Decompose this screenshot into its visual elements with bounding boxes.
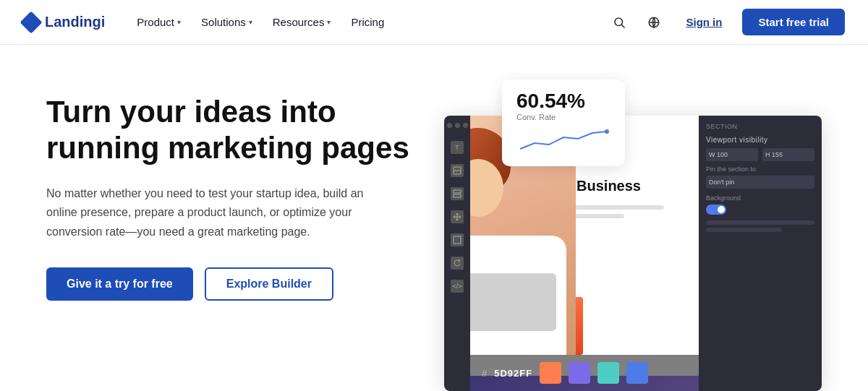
viewport-label: Viewport visibility — [706, 136, 814, 144]
panel-row-1: W 100 H 155 — [706, 148, 814, 161]
width-input[interactable]: W 100 — [706, 148, 758, 161]
explore-builder-button[interactable]: Explore Builder — [205, 267, 333, 301]
nav-right: Sign in Start free trial — [608, 9, 845, 35]
svg-rect-7 — [454, 236, 461, 244]
nav-item-solutions[interactable]: Solutions ▾ — [192, 10, 261, 34]
color-swatch-teal[interactable] — [597, 362, 619, 384]
hero-buttons: Give it a try for free Explore Builder — [46, 267, 422, 301]
hero-section: Turn your ideas into running marketing p… — [0, 45, 868, 391]
nav-item-pricing[interactable]: Pricing — [342, 10, 393, 34]
brand-name: Landingi — [45, 14, 105, 30]
start-trial-button[interactable]: Start free trial — [742, 9, 845, 35]
section-tool-icon[interactable] — [451, 187, 464, 200]
svg-point-3 — [605, 129, 609, 134]
nav-links: Product ▾ Solutions ▾ Resources ▾ Pricin… — [128, 10, 608, 34]
conversion-rate-label: Conv. Rate — [516, 113, 610, 121]
color-rows — [706, 220, 814, 232]
text-tool-icon[interactable]: T — [451, 141, 464, 154]
hash-symbol: # — [482, 368, 487, 379]
search-icon[interactable] — [608, 11, 631, 34]
hero-subtext: No matter whether you need to test your … — [46, 184, 379, 241]
try-free-button[interactable]: Give it a try for free — [46, 267, 193, 301]
svg-rect-6 — [454, 194, 461, 197]
svg-rect-5 — [454, 190, 461, 193]
height-input[interactable]: H 155 — [762, 148, 814, 161]
background-toggle[interactable] — [706, 205, 726, 215]
color-palette-strip: # 5D92FF — [470, 355, 699, 391]
chevron-down-icon: ▾ — [327, 18, 331, 26]
editor-mockup: T — [444, 116, 822, 391]
background-label: Background — [706, 194, 814, 202]
editor-right-panel: Section Viewport visibility W 100 H 155 … — [699, 116, 822, 391]
nav-item-product[interactable]: Product ▾ — [128, 10, 190, 34]
pin-label: Pin the section to — [706, 166, 814, 173]
image-tool-icon[interactable] — [451, 164, 464, 177]
hero-left: Turn your ideas into running marketing p… — [46, 80, 422, 301]
logo-diamond-icon — [20, 11, 42, 33]
move-tool-icon[interactable] — [451, 210, 464, 223]
color-row-2 — [706, 228, 782, 232]
pin-options-row: Don't pin — [706, 176, 814, 189]
color-swatch-orange[interactable] — [540, 362, 561, 384]
color-hex-value: 5D92FF — [494, 368, 532, 379]
svg-point-0 — [615, 18, 623, 26]
chevron-down-icon: ▾ — [249, 18, 252, 26]
logo[interactable]: Landingi — [23, 14, 105, 30]
rotate-tool-icon[interactable] — [451, 257, 464, 270]
color-swatch-purple[interactable] — [569, 362, 590, 384]
conversion-card: 60.54% Conv. Rate — [502, 80, 625, 166]
hero-right: 60.54% Conv. Rate T — [422, 80, 822, 391]
editor-toolbar: T — [444, 116, 470, 391]
conversion-chart — [516, 127, 610, 153]
hero-headline: Turn your ideas into running marketing p… — [46, 94, 422, 167]
code-tool-icon[interactable]: </> — [451, 280, 464, 293]
background-toggle-row — [706, 205, 814, 215]
globe-icon[interactable] — [642, 11, 665, 34]
chevron-down-icon: ▾ — [177, 18, 181, 26]
navbar: Landingi Product ▾ Solutions ▾ Resources… — [0, 0, 868, 45]
nav-item-resources[interactable]: Resources ▾ — [264, 10, 340, 34]
conversion-rate-value: 60.54% — [516, 90, 610, 113]
signin-button[interactable]: Sign in — [677, 10, 731, 34]
section-panel-label: Section — [706, 123, 814, 130]
color-swatch-blue[interactable] — [626, 362, 648, 384]
resize-tool-icon[interactable] — [451, 233, 464, 246]
color-row-1 — [706, 220, 814, 225]
dont-pin-input[interactable]: Don't pin — [706, 176, 814, 189]
svg-line-1 — [622, 25, 625, 27]
